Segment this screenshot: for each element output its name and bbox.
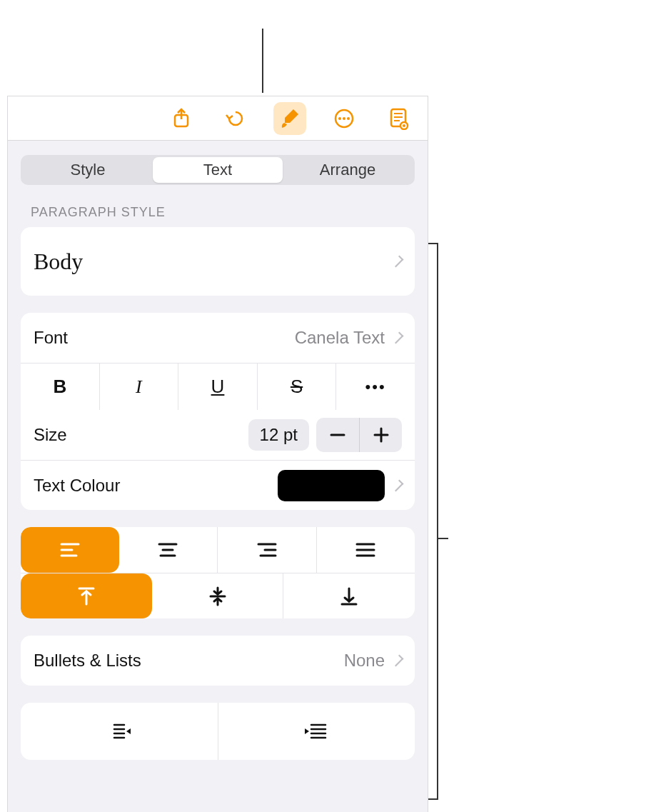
bullets-card: Bullets & Lists None bbox=[21, 636, 415, 686]
indent-button[interactable] bbox=[218, 703, 415, 760]
size-increase-button[interactable] bbox=[359, 418, 402, 452]
align-justify-button[interactable] bbox=[316, 527, 415, 573]
chevron-right-icon bbox=[392, 479, 404, 491]
paragraph-style-row[interactable]: Body bbox=[21, 227, 415, 296]
valign-bottom-button[interactable] bbox=[283, 573, 415, 618]
size-stepper bbox=[316, 418, 402, 452]
size-decrease-button[interactable] bbox=[316, 418, 359, 452]
bullets-value: None bbox=[344, 651, 385, 671]
outdent-button[interactable] bbox=[21, 703, 218, 760]
svg-point-5 bbox=[347, 117, 350, 120]
align-center-button[interactable] bbox=[119, 527, 218, 573]
bullets-label: Bullets & Lists bbox=[34, 651, 141, 671]
underline-button[interactable]: U bbox=[178, 364, 257, 410]
paragraph-style-section-label: PARAGRAPH STYLE bbox=[31, 205, 410, 220]
tab-text[interactable]: Text bbox=[153, 157, 283, 183]
font-style-row: B I U S ••• bbox=[21, 363, 415, 410]
align-right-button[interactable] bbox=[217, 527, 316, 573]
callout-line-top bbox=[262, 29, 263, 93]
vertical-align-row bbox=[21, 573, 415, 618]
tab-arrange[interactable]: Arrange bbox=[283, 157, 413, 183]
italic-button[interactable]: I bbox=[99, 364, 178, 410]
svg-point-3 bbox=[338, 117, 341, 120]
font-value: Canela Text bbox=[295, 328, 385, 348]
tab-segmented-control: Style Text Arrange bbox=[21, 155, 415, 185]
more-text-options-button[interactable]: ••• bbox=[335, 364, 415, 410]
valign-top-button[interactable] bbox=[21, 573, 152, 618]
size-row: Size 12 pt bbox=[21, 410, 415, 460]
callout-bracket-right bbox=[428, 243, 448, 800]
format-panel: Style Text Arrange PARAGRAPH STYLE Body … bbox=[7, 96, 428, 812]
document-view-icon[interactable] bbox=[382, 102, 415, 135]
bullets-row[interactable]: Bullets & Lists None bbox=[21, 636, 415, 686]
strikethrough-button[interactable]: S bbox=[257, 364, 336, 410]
paragraph-style-card: Body bbox=[21, 227, 415, 296]
share-icon[interactable] bbox=[165, 102, 198, 135]
align-left-button[interactable] bbox=[21, 527, 119, 573]
horizontal-align-row bbox=[21, 527, 415, 573]
valign-middle-button[interactable] bbox=[152, 573, 283, 618]
font-row[interactable]: Font Canela Text bbox=[21, 313, 415, 363]
indent-card bbox=[21, 703, 415, 760]
font-label: Font bbox=[34, 328, 68, 348]
paintbrush-icon[interactable] bbox=[273, 102, 306, 135]
alignment-card bbox=[21, 527, 415, 618]
text-colour-label: Text Colour bbox=[34, 476, 120, 496]
paragraph-style-name: Body bbox=[34, 249, 83, 275]
text-colour-row[interactable]: Text Colour bbox=[21, 460, 415, 510]
bold-button[interactable]: B bbox=[21, 364, 99, 410]
tab-style[interactable]: Style bbox=[23, 157, 153, 183]
undo-icon[interactable] bbox=[219, 102, 252, 135]
chevron-right-icon bbox=[392, 256, 404, 268]
size-value[interactable]: 12 pt bbox=[248, 419, 309, 451]
svg-point-4 bbox=[343, 117, 345, 120]
chevron-right-icon bbox=[392, 332, 404, 344]
more-icon[interactable] bbox=[328, 102, 360, 135]
svg-point-11 bbox=[403, 124, 405, 127]
chevron-right-icon bbox=[392, 655, 404, 667]
top-toolbar bbox=[8, 96, 428, 141]
text-colour-swatch[interactable] bbox=[278, 470, 385, 501]
font-card: Font Canela Text B I U S ••• Size 12 pt bbox=[21, 313, 415, 510]
size-label: Size bbox=[34, 425, 67, 445]
